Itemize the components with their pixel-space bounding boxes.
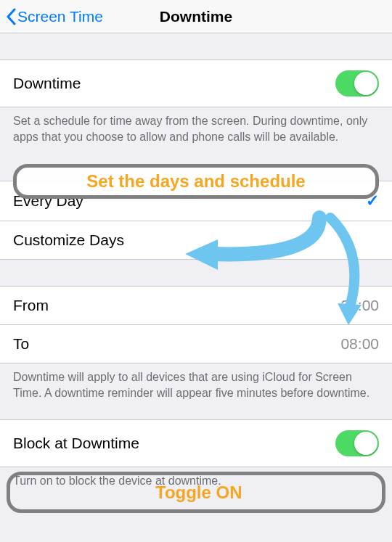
chevron-left-icon — [6, 8, 16, 25]
every-day-label: Every Day — [13, 192, 83, 210]
downtime-label: Downtime — [13, 75, 81, 92]
navigation-bar: Screen Time Downtime — [0, 0, 392, 33]
to-row[interactable]: To 08:00 — [0, 325, 392, 364]
block-label: Block at Downtime — [13, 435, 139, 452]
toggle-knob — [354, 72, 377, 95]
from-label: From — [13, 297, 49, 314]
to-label: To — [13, 335, 29, 353]
customize-days-row[interactable]: Customize Days — [0, 221, 392, 260]
checkmark-icon: ✓ — [366, 192, 379, 210]
downtime-description: Set a schedule for time away from the sc… — [0, 107, 392, 144]
spacer — [0, 401, 392, 419]
from-row[interactable]: From 21:00 — [0, 286, 392, 325]
downtime-toggle[interactable] — [335, 70, 379, 97]
block-toggle[interactable] — [335, 430, 379, 456]
back-button[interactable]: Screen Time — [6, 8, 103, 25]
block-description: Turn on to block the device at downtime. — [0, 467, 392, 489]
spacer — [0, 260, 392, 286]
back-label: Screen Time — [17, 8, 103, 25]
customize-days-label: Customize Days — [13, 231, 124, 249]
spacer — [0, 33, 392, 59]
block-at-downtime-row[interactable]: Block at Downtime — [0, 419, 392, 467]
spacer — [0, 144, 392, 181]
from-value: 21:00 — [340, 297, 379, 314]
toggle-knob — [354, 432, 377, 455]
downtime-toggle-row[interactable]: Downtime — [0, 59, 392, 107]
to-value: 08:00 — [340, 335, 379, 353]
every-day-row[interactable]: Every Day ✓ — [0, 181, 392, 221]
schedule-description: Downtime will apply to all devices that … — [0, 364, 392, 401]
